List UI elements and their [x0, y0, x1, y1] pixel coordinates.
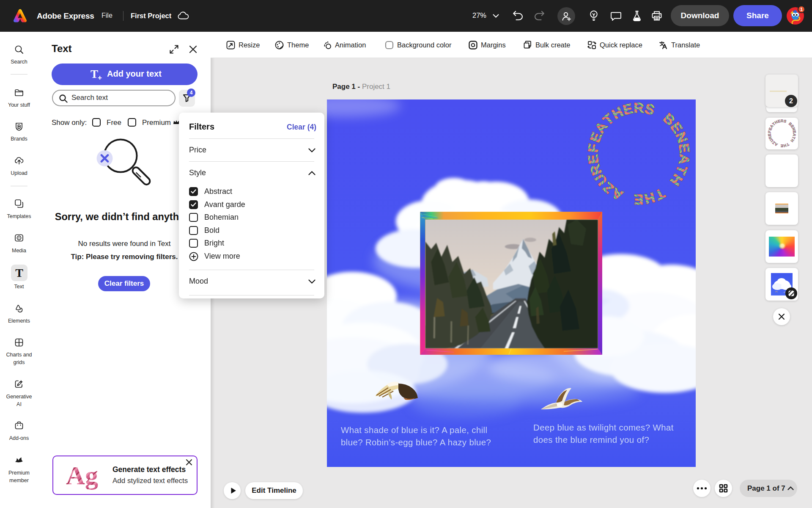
svg-text:E: E	[634, 192, 643, 207]
svg-text:blue? Robin’s-egg blue? A hazy: blue? Robin’s-egg blue? A hazy blue?	[341, 437, 491, 447]
svg-text:R: R	[634, 100, 644, 116]
svg-text:Deep blue as twilight comes? W: Deep blue as twilight comes? What	[533, 422, 674, 432]
svg-text:E: E	[585, 154, 601, 165]
svg-text:E: E	[676, 143, 693, 154]
svg-text:A: A	[676, 153, 693, 165]
svg-text:H: H	[783, 143, 787, 148]
svg-text:E: E	[781, 144, 783, 148]
svg-text:What shade of blue is it? A pa: What shade of blue is it? A pale, chill	[341, 425, 487, 435]
svg-text:+: +	[98, 74, 102, 80]
svg-text:T: T	[91, 68, 98, 80]
svg-text:E: E	[767, 133, 772, 136]
svg-text:does the blue remind you of?: does the blue remind you of?	[533, 435, 649, 444]
svg-text:S: S	[783, 119, 787, 124]
